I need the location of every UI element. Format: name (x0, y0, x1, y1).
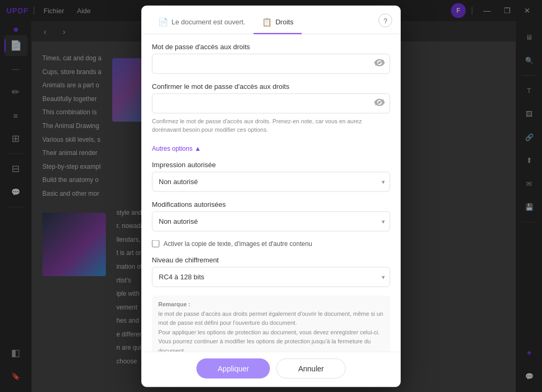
tab-droits[interactable]: 📋 Droits (254, 13, 302, 34)
app-background: UPDF | Fichier Aide F | — ❐ ✕ 📄 — (0, 0, 542, 392)
password-toggle-icon[interactable] (374, 59, 385, 68)
confirm-password-group: Confirmer le mot de passe d'accès aux dr… (152, 82, 390, 134)
copy-checkbox-label[interactable]: Activer la copie de texte, d'images et d… (164, 240, 312, 247)
dialog-footer: Appliquer Annuler (141, 351, 401, 387)
password-input[interactable] (152, 53, 390, 74)
apply-button[interactable]: Appliquer (196, 358, 270, 378)
confirm-input-wrapper (152, 93, 390, 113)
dialog-header: 📄 Le document est ouvert. 📋 Droits ? (141, 5, 401, 34)
chiffrement-select-wrapper: RC4 à 128 bits AES à 128 bits AES à 256 … (152, 267, 390, 287)
tab-rights-label: Droits (275, 18, 293, 26)
password-label: Mot de passe d'accès aux droits (152, 42, 390, 50)
remarque-text: le mot de passe d'accès aux droits perme… (158, 309, 384, 351)
confirm-toggle-icon[interactable] (374, 98, 385, 108)
remarque-section: Remarque : le mot de passe d'accès aux d… (152, 295, 390, 351)
impression-select[interactable]: Non autorisé Basse résolution Haute réso… (152, 171, 390, 192)
confirm-hint: Confirmez le mot de passe d'accès aux dr… (152, 116, 390, 134)
autres-options-link[interactable]: Autres options ▲ (152, 144, 201, 152)
confirm-input[interactable] (152, 93, 390, 113)
password-group: Mot de passe d'accès aux droits (152, 42, 390, 74)
chiffrement-label: Niveau de chiffrement (152, 256, 390, 263)
confirm-label: Confirmer le mot de passe d'accès aux dr… (152, 82, 390, 90)
remarque-title: Remarque : (158, 300, 384, 307)
security-dialog: 📄 Le document est ouvert. 📋 Droits ? Mot… (141, 5, 401, 387)
copy-checkbox[interactable] (152, 240, 159, 247)
chiffrement-group: Niveau de chiffrement RC4 à 128 bits AES… (152, 256, 390, 287)
password-input-wrapper (152, 53, 390, 74)
impression-label: Impression autorisée (152, 160, 390, 168)
cancel-button[interactable]: Annuler (276, 358, 345, 378)
tab-rights-icon: 📋 (262, 17, 272, 26)
impression-select-wrapper: Non autorisé Basse résolution Haute réso… (152, 171, 390, 192)
impression-group: Impression autorisée Non autorisé Basse … (152, 160, 390, 192)
modifications-group: Modifications autorisées Non autorisé To… (152, 200, 390, 231)
checkbox-group: Activer la copie de texte, d'images et d… (152, 240, 390, 247)
chiffrement-select[interactable]: RC4 à 128 bits AES à 128 bits AES à 256 … (152, 267, 390, 287)
tab-document[interactable]: 📄 Le document est ouvert. (150, 13, 254, 34)
modifications-select-wrapper: Non autorisé Tout autoriser Commentaires… (152, 211, 390, 231)
help-button[interactable]: ? (378, 14, 392, 28)
modifications-label: Modifications autorisées (152, 200, 390, 208)
dialog-body: Mot de passe d'accès aux droits Confirme… (141, 34, 401, 351)
modifications-select[interactable]: Non autorisé Tout autoriser Commentaires… (152, 211, 390, 231)
tab-doc-label: Le document est ouvert. (171, 18, 245, 26)
tab-doc-icon: 📄 (158, 17, 168, 26)
